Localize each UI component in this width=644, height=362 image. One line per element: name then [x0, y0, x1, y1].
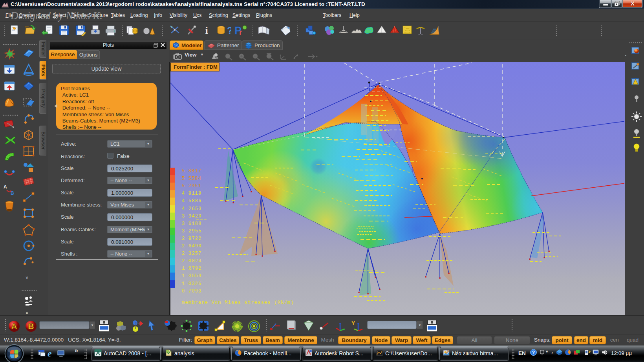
svg-text:3 6188: 3 6188	[182, 221, 201, 227]
svg-text:5 2351: 5 2351	[182, 183, 201, 189]
svg-text:A: A	[4, 184, 7, 190]
svg-text:4 9119: 4 9119	[182, 191, 201, 196]
svg-text:i: i	[205, 25, 208, 36]
svg-text:Y: Y	[351, 320, 355, 326]
svg-text:A: A	[11, 322, 17, 331]
svg-text:membrane Von Mises stresses (K: membrane Von Mises stresses (KN/m)	[182, 300, 294, 305]
svg-text:?: ?	[227, 25, 231, 36]
svg-text:▸: ▸	[377, 351, 378, 353]
svg-text:4 5886: 4 5886	[182, 198, 201, 204]
svg-text:B: B	[28, 322, 34, 331]
svg-text:4 2653: 4 2653	[182, 206, 201, 212]
svg-text:1 3559: 1 3559	[182, 273, 201, 279]
svg-text:2 0024: 2 0024	[182, 258, 201, 264]
svg-text:?: ?	[532, 350, 535, 355]
svg-text:3 2955: 3 2955	[182, 229, 201, 234]
svg-text:5 5584: 5 5584	[182, 176, 201, 181]
svg-text:1 0326: 1 0326	[182, 281, 201, 287]
svg-text:2 9722: 2 9722	[182, 236, 201, 241]
svg-text:1 6792: 1 6792	[182, 266, 201, 271]
svg-text:5 8817: 5 8817	[182, 168, 201, 174]
svg-text:3 9420: 3 9420	[182, 214, 201, 219]
svg-text:2 6490: 2 6490	[182, 243, 201, 249]
svg-text:2 3257: 2 3257	[182, 251, 201, 256]
svg-text:0 7093: 0 7093	[182, 289, 201, 294]
svg-text:r: r	[239, 28, 242, 36]
